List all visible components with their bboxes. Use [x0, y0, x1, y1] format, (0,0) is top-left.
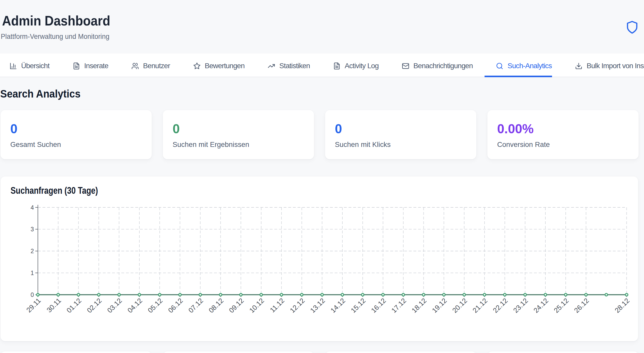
svg-text:22.12: 22.12	[492, 297, 509, 314]
svg-text:3: 3	[31, 226, 34, 233]
svg-text:08.12: 08.12	[207, 297, 225, 314]
svg-text:06.12: 06.12	[167, 297, 184, 314]
svg-text:10.12: 10.12	[248, 297, 266, 314]
svg-text:26.12: 26.12	[573, 297, 590, 314]
svg-text:13.12: 13.12	[309, 297, 327, 314]
svg-text:29.11: 29.11	[25, 297, 43, 314]
svg-text:23.12: 23.12	[512, 297, 530, 314]
svg-text:1: 1	[31, 270, 34, 276]
svg-text:24.12: 24.12	[532, 297, 550, 314]
svg-text:2: 2	[31, 248, 34, 254]
svg-text:17.12: 17.12	[390, 297, 408, 314]
svg-text:11.12: 11.12	[268, 297, 286, 314]
svg-text:30.11: 30.11	[45, 297, 63, 314]
svg-text:04.12: 04.12	[126, 297, 144, 314]
svg-text:28.12: 28.12	[613, 297, 631, 314]
svg-text:18.12: 18.12	[410, 297, 428, 314]
svg-text:02.12: 02.12	[86, 297, 103, 314]
svg-text:03.12: 03.12	[106, 297, 123, 314]
svg-text:01.12: 01.12	[65, 297, 83, 314]
svg-text:0: 0	[31, 292, 34, 298]
svg-text:15.12: 15.12	[349, 297, 367, 314]
svg-text:05.12: 05.12	[146, 297, 164, 314]
svg-text:25.12: 25.12	[552, 297, 570, 314]
svg-text:12.12: 12.12	[289, 297, 306, 314]
svg-text:19.12: 19.12	[430, 297, 448, 314]
svg-text:20.12: 20.12	[451, 297, 469, 314]
svg-text:07.12: 07.12	[187, 297, 205, 314]
svg-text:09.12: 09.12	[227, 297, 245, 314]
svg-text:21.12: 21.12	[471, 297, 489, 314]
svg-text:16.12: 16.12	[370, 297, 387, 314]
svg-text:14.12: 14.12	[329, 297, 347, 314]
svg-text:4: 4	[31, 204, 34, 211]
